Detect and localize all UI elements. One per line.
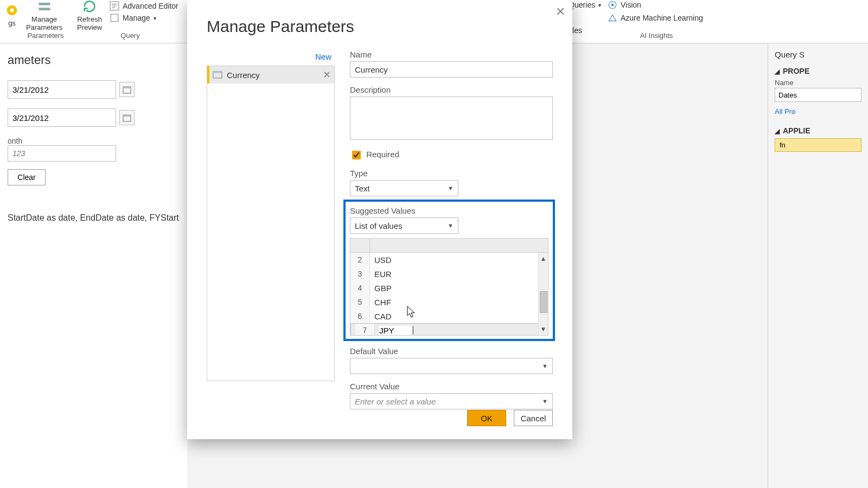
azure-ml-icon [608,13,617,23]
values-grid-row[interactable]: 7 [350,323,548,335]
current-value-label: Current Value [350,382,553,391]
row-number: 2 [350,253,370,267]
cancel-button[interactable]: Cancel [514,410,553,426]
chevron-down-icon: ▼ [542,398,548,404]
end-date-input[interactable] [8,108,116,127]
values-grid: 2USD3EUR4GBP5CHF6CAD7 ▲ ▼ [350,238,548,336]
row-value-input[interactable] [379,326,412,335]
row-number: 3 [350,267,370,281]
refresh-preview-button[interactable]: Refresh Preview [73,0,106,31]
row-number: 6 [350,309,370,323]
scroll-thumb[interactable] [540,291,547,313]
dialog-title: Manage Parameters [207,17,572,36]
svg-rect-3 [39,8,50,10]
manage-button[interactable]: Manage ▾ [110,13,156,23]
parameters-icon [37,0,52,14]
values-grid-row[interactable]: 2USD [350,253,548,267]
values-grid-row[interactable]: 3EUR [350,267,548,281]
ribbon-group-query: Query [87,31,174,40]
parameter-item-currency[interactable]: Currency ✕ [207,66,334,84]
parameter-description-input[interactable] [350,97,553,140]
formula-bar-text: StartDate as date, EndDate as date, FYSt… [8,213,180,223]
clear-button[interactable]: Clear [8,169,46,185]
calendar-icon [123,113,131,122]
suggested-values-dropdown[interactable]: List of values▼ [350,217,458,234]
ribbon-group-ai-insights: AI Insights [613,31,700,40]
all-properties-link[interactable]: All Pro [775,107,861,115]
dialog-close-button[interactable]: ✕ [554,5,567,18]
svg-point-1 [10,9,14,12]
date-picker-2[interactable] [119,110,135,125]
row-number: 4 [350,281,370,295]
default-value-label: Default Value [350,346,553,356]
values-grid-scrollbar[interactable]: ▲ ▼ [538,253,548,335]
values-grid-row[interactable]: 6CAD [350,309,548,323]
ribbon-group-parameters: Parameters [24,31,67,40]
svg-rect-2 [39,3,50,5]
query-name-input[interactable] [775,88,861,102]
settings-icon [4,3,20,18]
vision-button[interactable]: Vision [608,0,641,10]
parameter-name-input[interactable] [350,61,553,78]
row-value[interactable]: GBP [370,281,548,295]
refresh-icon [82,0,97,14]
required-checkbox[interactable] [352,151,361,159]
close-icon: ✕ [556,5,565,19]
query-settings-pane: Query S ◢PROPE Name All Pro ◢APPLIE fn [768,43,868,488]
suggested-values-highlight: Suggested Values List of values▼ 2USD3EU… [343,200,555,341]
description-label: Description [350,85,553,94]
parameter-icon [213,70,222,80]
row-value[interactable]: EUR [370,267,548,281]
scroll-down-icon[interactable]: ▼ [540,323,547,335]
svg-point-11 [611,4,614,7]
parameter-list: Currency ✕ [207,66,335,381]
chevron-down-icon: ▼ [448,185,454,191]
type-dropdown[interactable]: Text▼ [350,180,458,196]
refresh-preview-label: Refresh Preview [77,15,102,31]
row-number: 7 [355,324,375,335]
source-settings-button[interactable]: gs [0,3,24,27]
fystart-month-input[interactable] [8,145,116,162]
values-grid-row[interactable]: 4GBP [350,281,548,295]
row-value[interactable]: CAD [370,309,548,323]
row-value[interactable] [375,324,543,335]
svg-rect-13 [123,87,131,88]
parameter-item-label: Currency [227,70,260,80]
ok-button[interactable]: OK [467,410,506,426]
required-label: Required [366,150,399,159]
manage-icon [110,13,119,23]
suggested-values-label: Suggested Values [350,206,548,215]
manage-parameters-label: Manage Parameters [26,15,62,31]
applied-steps-section[interactable]: APPLIE [783,126,810,135]
advanced-editor-button[interactable]: Advanced Editor [110,1,178,11]
name-label: Name [350,50,553,59]
combine-files-label: iles [571,26,582,35]
query-name-label: Name [775,79,861,87]
source-settings-label: gs [8,19,16,27]
parameters-heading: ameters [8,53,180,67]
default-value-dropdown[interactable]: ▼ [350,358,553,374]
vision-icon [608,0,617,10]
type-label: Type [350,169,553,178]
values-grid-row[interactable]: 5CHF [350,295,548,309]
chevron-down-icon: ▼ [448,222,454,229]
svg-rect-17 [213,72,222,73]
applied-step-0[interactable]: fn [775,138,861,152]
row-value[interactable]: USD [370,253,548,267]
manage-parameters-dialog: ✕ Manage Parameters New Currency ✕ Name [187,0,572,439]
manage-parameters-button[interactable]: Manage Parameters [22,0,67,31]
left-pane: ameters onth Clear StartDate as date, En… [0,43,187,488]
new-parameter-link[interactable]: New [207,50,335,66]
azure-ml-button[interactable]: Azure Machine Learning [608,13,703,23]
fystart-month-label: onth [8,137,180,145]
current-value-dropdown[interactable]: Enter or select a value▼ [350,393,553,409]
scroll-up-icon[interactable]: ▲ [540,253,547,265]
calendar-icon [123,85,131,94]
start-date-input[interactable] [8,80,116,99]
properties-section[interactable]: PROPE [783,67,809,75]
svg-rect-15 [123,115,131,117]
date-picker-1[interactable] [119,82,135,97]
svg-rect-5 [111,14,118,22]
delete-parameter-button[interactable]: ✕ [323,69,331,81]
row-value[interactable]: CHF [370,295,548,309]
